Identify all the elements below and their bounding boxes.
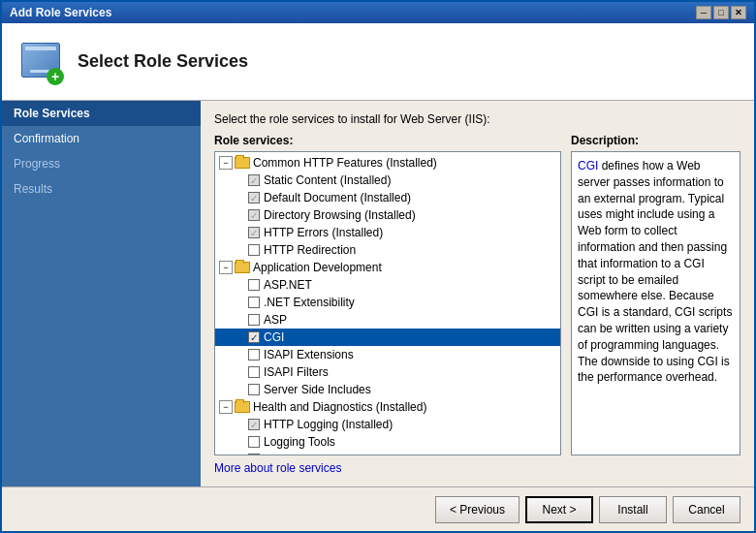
tree-checkbox[interactable] [248,174,260,186]
tree-item[interactable]: ISAPI Filters [215,363,560,381]
page-title: Select Role Services [78,51,248,72]
sidebar-item-role-services[interactable]: Role Services [2,101,201,126]
next-button[interactable]: Next > [525,496,593,523]
role-services-panel: Role services: −Common HTTP Features (In… [214,134,561,455]
tree-item[interactable]: HTTP Logging (Installed) [215,416,560,433]
tree-checkbox[interactable] [248,436,260,448]
tree-checkbox[interactable] [248,384,260,395]
tree-item-label: ISAPI Extensions [264,348,354,361]
footer: < Previous Next > Install Cancel [2,486,754,531]
tree-item[interactable]: ASP.NET [215,276,560,294]
tree-item[interactable]: ASP [215,311,560,329]
tree-item-label: Static Content (Installed) [264,173,391,187]
main-content: Role Services Confirmation Progress Resu… [2,101,754,486]
tree-container[interactable]: −Common HTTP Features (Installed)Static … [214,151,561,455]
header-icon: + [17,39,64,85]
cgi-link[interactable]: CGI [578,159,598,172]
tree-item[interactable]: −Health and Diagnostics (Installed) [215,398,560,416]
tree-checkbox[interactable] [248,297,260,308]
description-panel: Description: CGI defines how a Web serve… [571,134,740,455]
tree-checkbox[interactable] [248,192,260,204]
tree-item-label: ISAPI Filters [264,365,329,379]
tree-item-label: .NET Extensibility [264,296,355,309]
role-services-label: Role services: [214,134,561,147]
tree-checkbox[interactable] [248,331,260,343]
tree-item-label: Default Document (Installed) [264,191,411,204]
sidebar-item-confirmation[interactable]: Confirmation [2,126,201,151]
tree-checkbox[interactable] [248,419,260,430]
tree-item-label: ASP.NET [264,278,312,292]
folder-icon [235,262,250,273]
tree-item-label: Logging Tools [264,435,335,449]
tree-toggle[interactable]: − [219,261,233,274]
title-bar: Add Role Services ─ □ ✕ [2,2,754,23]
tree-item-label: Health and Diagnostics (Installed) [253,400,426,414]
tree-item[interactable]: Static Content (Installed) [215,172,560,189]
tree-item[interactable]: HTTP Errors (Installed) [215,224,560,241]
tree-item[interactable]: Request Monitor (Installed) [215,451,560,455]
tree-item[interactable]: −Application Development [215,259,560,276]
maximize-button[interactable]: □ [713,6,729,19]
tree-item[interactable]: Logging Tools [215,433,560,451]
tree-item-label: HTTP Redirection [264,243,356,257]
window-title: Add Role Services [10,6,111,19]
tree-checkbox[interactable] [248,279,260,291]
description-content: CGI defines how a Web server passes info… [571,151,740,455]
tree-item[interactable]: CGI [215,329,560,346]
tree-item[interactable]: Server Side Includes [215,381,560,398]
more-about-link[interactable]: More about role services [214,461,341,475]
sidebar-item-progress[interactable]: Progress [2,151,201,176]
minimize-button[interactable]: ─ [696,6,711,19]
tree-checkbox[interactable] [248,314,260,326]
plus-icon: + [47,68,64,85]
close-button[interactable]: ✕ [731,6,746,19]
folder-icon [235,157,250,169]
content-area: Select the role services to install for … [201,101,754,486]
tree-checkbox[interactable] [248,227,260,238]
tree-item-label: Application Development [253,261,382,274]
tree-item-label: Server Side Includes [264,383,371,396]
title-bar-buttons: ─ □ ✕ [696,6,746,19]
tree-checkbox[interactable] [248,209,260,221]
tree-checkbox[interactable] [248,349,260,361]
install-button[interactable]: Install [599,496,667,523]
tree-item[interactable]: ISAPI Extensions [215,346,560,363]
tree-checkbox[interactable] [248,454,260,455]
panel-row: Role services: −Common HTTP Features (In… [214,134,740,455]
tree-item-label: HTTP Errors (Installed) [264,226,383,239]
description-label: Description: [571,134,740,147]
tree-item[interactable]: −Common HTTP Features (Installed) [215,154,560,172]
tree-item-label: Directory Browsing (Installed) [264,208,416,222]
tree-item[interactable]: HTTP Redirection [215,241,560,259]
tree-item[interactable]: Directory Browsing (Installed) [215,206,560,224]
sidebar-item-results[interactable]: Results [2,176,201,202]
tree-toggle[interactable]: − [219,156,233,170]
tree-item-label: CGI [264,330,284,344]
tree-item[interactable]: Default Document (Installed) [215,189,560,206]
folder-icon [235,401,250,413]
tree-item-label: ASP [264,313,287,327]
sidebar: Role Services Confirmation Progress Resu… [2,101,201,486]
tree-checkbox[interactable] [248,366,260,378]
header-area: + Select Role Services [2,23,754,101]
tree-item-label: Request Monitor (Installed) [264,453,403,455]
main-window: Add Role Services ─ □ ✕ + Select Role Se… [0,0,756,533]
content-description: Select the role services to install for … [214,112,740,126]
tree-item-label: Common HTTP Features (Installed) [253,156,437,170]
tree-item[interactable]: .NET Extensibility [215,294,560,311]
previous-button[interactable]: < Previous [435,496,520,523]
tree-toggle[interactable]: − [219,400,233,414]
tree-item-label: HTTP Logging (Installed) [264,418,393,431]
cancel-button[interactable]: Cancel [673,496,740,523]
tree-checkbox[interactable] [248,244,260,256]
more-link-container: More about role services [214,461,740,475]
